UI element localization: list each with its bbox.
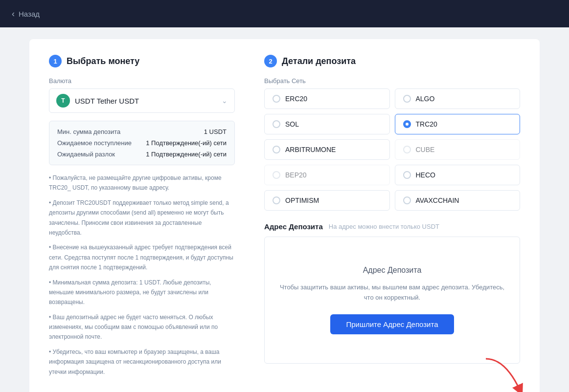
network-label-heco: HECO — [416, 171, 435, 179]
step1-title: 1 Выбрать монету — [49, 55, 235, 67]
step1-badge: 1 — [49, 55, 62, 67]
step2-title-text: Детали депозита — [282, 56, 356, 66]
note-item: • Внесение на вышеуказанный адрес требуе… — [49, 242, 235, 272]
usdt-icon: T — [56, 94, 70, 108]
expected-arrival-label: Ожидаемое поступление — [57, 139, 132, 147]
main-content: 1 Выбрать монету Валюта T USDT Tether US… — [0, 27, 569, 392]
expected-unlock-row: Ожидаемый разлок 1 Подтверждение(-ий) се… — [57, 151, 227, 158]
addr-hint: На адрес можно внести только USDT — [329, 223, 439, 230]
radio-avaxcchain — [403, 196, 411, 204]
network-item-bep20[interactable]: BEP20 — [264, 165, 390, 185]
deposit-notes: • Пожалуйста, не размещайте другие цифро… — [49, 173, 235, 377]
deposit-address-section: Адрес Депозита На адрес можно внести тол… — [264, 222, 520, 364]
deposit-card: 1 Выбрать монету Валюта T USDT Tether US… — [29, 39, 540, 392]
min-deposit-row: Мин. сумма депозита 1 USDT — [57, 128, 227, 135]
currency-label: Валюта — [49, 77, 235, 85]
currency-select[interactable]: T USDT Tether USDT ⌄ — [49, 88, 235, 113]
radio-bep20 — [273, 171, 280, 179]
note-item: • Пожалуйста, не размещайте другие цифро… — [49, 173, 235, 193]
min-deposit-label: Мин. сумма депозита — [57, 128, 120, 135]
network-label-trc20: TRC20 — [416, 120, 437, 128]
chevron-left-icon: ‹ — [12, 9, 15, 19]
note-item: • Минимальная сумма депозита: 1 USDT. Лю… — [49, 278, 235, 307]
chevron-down-icon: ⌄ — [222, 97, 228, 105]
network-item-arbitrumone[interactable]: ARBITRUMONE — [264, 139, 390, 160]
step2-section: 2 Детали депозита Выбрать Сеть ERC20ALGO… — [264, 55, 520, 382]
radio-sol — [273, 120, 280, 128]
deposit-info-box: Мин. сумма депозита 1 USDT Ожидаемое пос… — [49, 121, 235, 165]
radio-cube — [403, 146, 411, 153]
back-button[interactable]: ‹ Назад — [12, 9, 40, 19]
network-label-optimism: OPTIMISM — [285, 196, 319, 204]
network-item-erc20[interactable]: ERC20 — [264, 88, 390, 109]
radio-erc20 — [273, 95, 280, 103]
step2-title: 2 Детали депозита — [264, 55, 520, 67]
back-label: Назад — [19, 10, 40, 18]
network-label-sol: SOL — [285, 120, 299, 128]
currency-value: USDT Tether USDT — [75, 97, 217, 105]
network-item-heco[interactable]: HECO — [395, 165, 521, 185]
radio-heco — [403, 171, 411, 179]
addr-section-title: Адрес Депозита — [264, 222, 323, 231]
note-item: • Убедитесь, что ваш компьютер и браузер… — [49, 347, 235, 377]
network-label-bep20: BEP20 — [285, 171, 307, 179]
step1-section: 1 Выбрать монету Валюта T USDT Tether US… — [49, 55, 235, 382]
red-arrow-icon — [476, 354, 530, 392]
expected-arrival-value: 1 Подтверждение(-ий) сети — [146, 139, 227, 147]
network-label-cube: CUBE — [416, 146, 435, 153]
radio-optimism — [273, 196, 280, 204]
note-item: • Депозит TRC20USDT поддерживает только … — [49, 198, 235, 238]
network-item-optimism[interactable]: OPTIMISM — [264, 190, 390, 211]
note-item: • Ваш депозитный адрес не будет часто ме… — [49, 312, 235, 342]
network-label-algo: ALGO — [416, 95, 435, 103]
addr-section-header: Адрес Депозита На адрес можно внести тол… — [264, 222, 520, 231]
addr-box: Адрес Депозита Чтобы защитить ваши актив… — [264, 237, 520, 364]
send-address-button[interactable]: Пришлите Адрес Депозита — [330, 314, 454, 334]
top-nav: ‹ Назад — [0, 0, 569, 27]
expected-arrival-row: Ожидаемое поступление 1 Подтверждение(-и… — [57, 139, 227, 147]
network-item-avaxcchain[interactable]: AVAXCCHAIN — [395, 190, 521, 211]
network-label-arbitrumone: ARBITRUMONE — [285, 146, 336, 153]
radio-algo — [403, 95, 411, 103]
network-item-trc20[interactable]: TRC20 — [395, 114, 521, 134]
addr-box-subtitle: Чтобы защитить ваши активы, мы вышлем ва… — [279, 283, 505, 303]
expected-unlock-label: Ожидаемый разлок — [57, 151, 115, 158]
radio-arbitrumone — [273, 146, 280, 153]
network-label-erc20: ERC20 — [285, 95, 307, 103]
network-label: Выбрать Сеть — [264, 77, 520, 85]
step2-badge: 2 — [264, 55, 277, 67]
step1-title-text: Выбрать монету — [67, 56, 139, 66]
expected-unlock-value: 1 Подтверждение(-ий) сети — [146, 151, 227, 158]
min-deposit-value: 1 USDT — [204, 128, 227, 135]
network-grid: ERC20ALGOSOLTRC20ARBITRUMONECUBEBEP20HEC… — [264, 88, 520, 211]
network-item-cube[interactable]: CUBE — [395, 139, 521, 160]
radio-trc20 — [403, 120, 411, 128]
network-item-algo[interactable]: ALGO — [395, 88, 521, 109]
network-item-sol[interactable]: SOL — [264, 114, 390, 134]
network-label-avaxcchain: AVAXCCHAIN — [416, 196, 459, 204]
addr-box-title: Адрес Депозита — [363, 266, 422, 275]
